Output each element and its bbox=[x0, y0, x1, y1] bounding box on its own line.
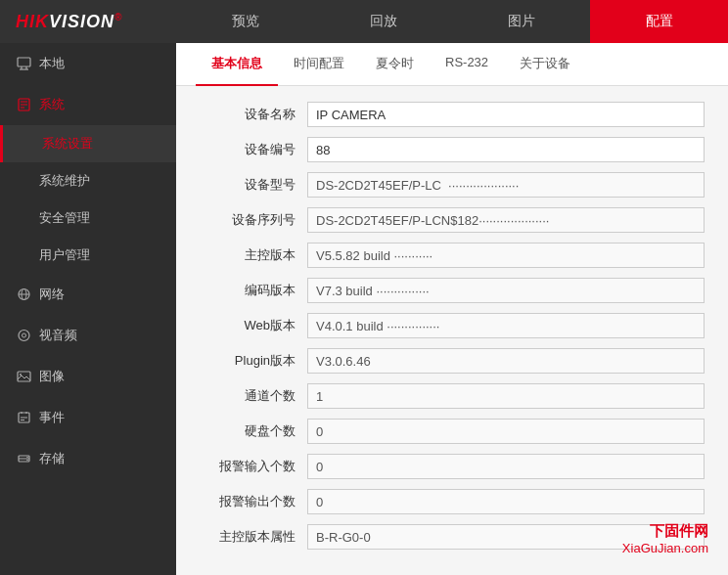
input-device-model bbox=[307, 172, 705, 198]
logo-text: HIKVISION® bbox=[16, 12, 122, 32]
sidebar-item-storage[interactable]: 存储 bbox=[0, 438, 176, 479]
sidebar-sub-security[interactable]: 安全管理 bbox=[0, 199, 176, 237]
watermark: 下固件网 XiaGuJian.com bbox=[622, 522, 708, 555]
nav-tab-config[interactable]: 配置 bbox=[590, 0, 728, 43]
sidebar-label-storage: 存储 bbox=[39, 450, 65, 467]
form-row-device-no: 设备编号 bbox=[200, 137, 705, 162]
sub-tab-basic-info[interactable]: 基本信息 bbox=[196, 43, 278, 86]
value-plugin-version bbox=[307, 348, 705, 374]
storage-icon bbox=[16, 451, 31, 466]
value-serial-no bbox=[307, 207, 705, 233]
input-plugin-version bbox=[307, 348, 705, 374]
label-serial-no: 设备序列号 bbox=[200, 211, 307, 229]
sidebar-label-audio-video: 视音频 bbox=[39, 327, 77, 344]
button-area: 保存 bbox=[200, 559, 705, 575]
value-main-version bbox=[307, 243, 705, 268]
sidebar-item-audio-video[interactable]: 视音频 bbox=[0, 315, 176, 356]
content-area: 基本信息 时间配置 夏令时 RS-232 关于设备 设备名称 设备编号 bbox=[176, 43, 728, 575]
form-row-alarm-out-count: 报警输出个数 bbox=[200, 489, 705, 514]
sidebar: 本地 系统 系统设置 系统维护 安全管理 用户管理 bbox=[0, 43, 176, 575]
input-web-version bbox=[307, 313, 705, 338]
value-device-name bbox=[307, 102, 705, 127]
input-hdd-count bbox=[307, 419, 705, 444]
label-channel-count: 通道个数 bbox=[200, 387, 307, 405]
form-row-hdd-count: 硬盘个数 bbox=[200, 419, 705, 444]
label-device-no: 设备编号 bbox=[200, 141, 307, 158]
sidebar-item-system[interactable]: 系统 bbox=[0, 84, 176, 125]
sidebar-label-event: 事件 bbox=[39, 409, 65, 426]
form-row-web-version: Web版本 bbox=[200, 313, 705, 338]
sub-tab-about-device[interactable]: 关于设备 bbox=[504, 43, 586, 86]
event-icon bbox=[16, 410, 31, 425]
nav-tab-preview[interactable]: 预览 bbox=[176, 0, 314, 43]
label-main-version: 主控版本 bbox=[200, 246, 307, 264]
sub-tab-time-config[interactable]: 时间配置 bbox=[278, 43, 360, 86]
svg-point-12 bbox=[22, 333, 25, 337]
label-plugin-version: Plugin版本 bbox=[200, 352, 307, 370]
nav-tab-picture[interactable]: 图片 bbox=[452, 0, 590, 43]
form-area: 设备名称 设备编号 设备型号 设备序列号 bbox=[176, 86, 728, 575]
sub-tab-dst[interactable]: 夏令时 bbox=[360, 43, 430, 86]
input-device-name[interactable] bbox=[307, 102, 705, 127]
label-main-attr: 主控版本属性 bbox=[200, 528, 307, 546]
top-navigation: HIKVISION® 预览 回放 图片 配置 bbox=[0, 0, 728, 43]
sidebar-item-local[interactable]: 本地 bbox=[0, 43, 176, 84]
sidebar-label-system: 系统 bbox=[39, 96, 65, 113]
input-channel-count bbox=[307, 383, 705, 409]
form-row-device-model: 设备型号 bbox=[200, 172, 705, 198]
form-row-encode-version: 编码版本 bbox=[200, 278, 705, 303]
value-web-version bbox=[307, 313, 705, 338]
svg-point-22 bbox=[26, 457, 28, 459]
sub-tabs: 基本信息 时间配置 夏令时 RS-232 关于设备 bbox=[176, 43, 728, 86]
label-device-name: 设备名称 bbox=[200, 106, 307, 123]
watermark-line2: XiaGuJian.com bbox=[622, 541, 708, 555]
nav-tabs: 预览 回放 图片 配置 bbox=[176, 0, 728, 43]
label-alarm-in-count: 报警输入个数 bbox=[200, 458, 307, 475]
main-layout: 本地 系统 系统设置 系统维护 安全管理 用户管理 bbox=[0, 43, 728, 575]
value-channel-count bbox=[307, 383, 705, 409]
svg-point-11 bbox=[19, 331, 29, 341]
sub-tab-rs232[interactable]: RS-232 bbox=[430, 43, 504, 86]
sidebar-sub-system-settings[interactable]: 系统设置 bbox=[0, 125, 176, 162]
label-alarm-out-count: 报警输出个数 bbox=[200, 493, 307, 510]
form-row-plugin-version: Plugin版本 bbox=[200, 348, 705, 374]
image-icon bbox=[16, 369, 31, 384]
system-icon bbox=[16, 97, 31, 112]
label-encode-version: 编码版本 bbox=[200, 282, 307, 299]
sidebar-label-image: 图像 bbox=[39, 368, 65, 385]
sidebar-item-event[interactable]: 事件 bbox=[0, 397, 176, 438]
sidebar-item-image[interactable]: 图像 bbox=[0, 356, 176, 397]
label-hdd-count: 硬盘个数 bbox=[200, 422, 307, 440]
label-device-model: 设备型号 bbox=[200, 176, 307, 194]
svg-rect-13 bbox=[18, 372, 30, 381]
sidebar-sub-user-management[interactable]: 用户管理 bbox=[0, 237, 176, 274]
svg-rect-0 bbox=[18, 58, 30, 66]
form-row-device-name: 设备名称 bbox=[200, 102, 705, 127]
input-alarm-out-count bbox=[307, 489, 705, 514]
nav-tab-playback[interactable]: 回放 bbox=[314, 0, 452, 43]
value-device-no bbox=[307, 137, 705, 162]
input-encode-version bbox=[307, 278, 705, 303]
logo: HIKVISION® bbox=[0, 12, 176, 32]
sidebar-sub-system-maintenance[interactable]: 系统维护 bbox=[0, 162, 176, 199]
watermark-line1: 下固件网 bbox=[622, 522, 708, 541]
input-serial-no bbox=[307, 207, 705, 233]
svg-point-14 bbox=[20, 374, 22, 376]
audio-video-icon bbox=[16, 328, 31, 343]
value-hdd-count bbox=[307, 419, 705, 444]
form-row-alarm-in-count: 报警输入个数 bbox=[200, 454, 705, 479]
value-alarm-in-count bbox=[307, 454, 705, 479]
input-alarm-in-count bbox=[307, 454, 705, 479]
sidebar-item-network[interactable]: 网络 bbox=[0, 274, 176, 315]
form-row-serial-no: 设备序列号 bbox=[200, 207, 705, 233]
input-device-no[interactable] bbox=[307, 137, 705, 162]
value-device-model bbox=[307, 172, 705, 198]
monitor-icon bbox=[16, 56, 31, 71]
network-icon bbox=[16, 287, 31, 302]
form-row-channel-count: 通道个数 bbox=[200, 383, 705, 409]
input-main-version bbox=[307, 243, 705, 268]
label-web-version: Web版本 bbox=[200, 317, 307, 334]
form-row-main-version: 主控版本 bbox=[200, 243, 705, 268]
sidebar-label-network: 网络 bbox=[39, 286, 65, 303]
sidebar-label-local: 本地 bbox=[39, 55, 65, 72]
